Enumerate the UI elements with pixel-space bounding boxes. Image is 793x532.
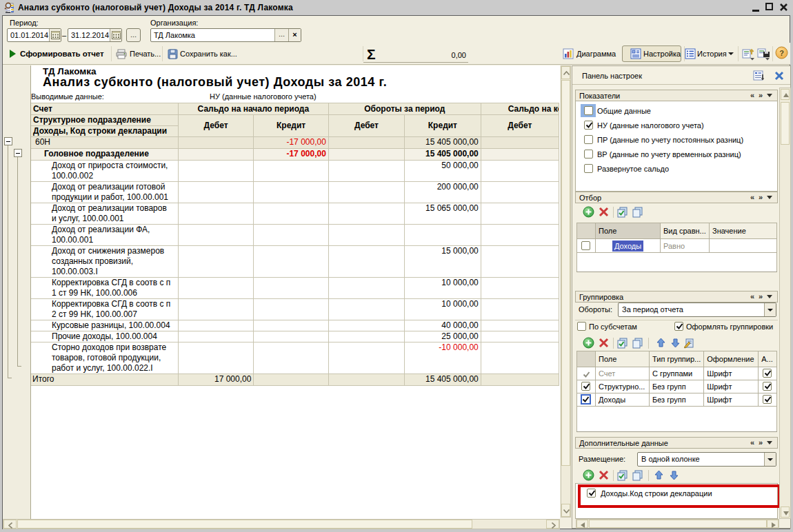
collapse-right-icon[interactable]: » bbox=[759, 91, 763, 99]
table-row[interactable]: Доход от прироста стоимости, 100.00.002 … bbox=[31, 161, 559, 182]
cell-account[interactable]: 60Н bbox=[31, 137, 178, 149]
delete-button[interactable] bbox=[598, 206, 610, 218]
cell-saldo-end-debit[interactable] bbox=[481, 246, 559, 278]
collapse-arrow-icon[interactable] bbox=[767, 441, 772, 444]
cell-turnover-debit[interactable] bbox=[328, 374, 404, 386]
cell-saldo-end-debit[interactable] bbox=[481, 161, 559, 182]
cell-saldo-debit[interactable]: 17 000,00 bbox=[178, 374, 253, 386]
cell-saldo-end-debit[interactable] bbox=[481, 320, 559, 331]
collapse-left-icon[interactable]: « bbox=[750, 91, 754, 99]
collapse-right-icon[interactable]: » bbox=[759, 193, 763, 201]
collapse-arrow-icon[interactable] bbox=[767, 94, 772, 97]
checkbox-expanded-balance[interactable] bbox=[584, 164, 593, 173]
checkbox-label[interactable]: Развернутое сальдо bbox=[597, 165, 669, 173]
cell-saldo-credit[interactable] bbox=[254, 246, 329, 278]
grouping-field-cell[interactable]: Счет bbox=[596, 367, 650, 380]
panel-properties-button[interactable] bbox=[752, 69, 766, 83]
checkbox-label[interactable]: ПР (данные по учету постоянных разниц) bbox=[597, 136, 743, 144]
column-header-field[interactable]: Поле bbox=[596, 351, 650, 367]
collapse-left-icon[interactable]: « bbox=[750, 193, 754, 201]
table-row[interactable]: Доход от снижения размеров созданных про… bbox=[31, 246, 559, 278]
scroll-left-button[interactable] bbox=[576, 520, 588, 528]
grouping-type-cell[interactable]: Без групп bbox=[650, 393, 704, 407]
cell-saldo-end-debit[interactable] bbox=[481, 342, 559, 374]
cell-turnover-credit[interactable]: 50 000,00 bbox=[405, 161, 481, 182]
grouping-row[interactable]: Структурно... Без групп Шрифт bbox=[577, 380, 777, 393]
cell-saldo-end-debit[interactable] bbox=[481, 182, 559, 203]
cell-saldo-debit[interactable] bbox=[178, 182, 253, 203]
cell-saldo-end-debit[interactable] bbox=[481, 203, 559, 225]
scroll-left-button[interactable] bbox=[3, 520, 17, 529]
check-all-button[interactable] bbox=[616, 469, 628, 481]
cell-turnover-credit[interactable]: -10 000,00 bbox=[405, 342, 481, 374]
cell-saldo-debit[interactable] bbox=[178, 203, 253, 225]
group-collapse-button-level2[interactable] bbox=[14, 149, 22, 157]
cell-saldo-debit[interactable] bbox=[178, 246, 253, 278]
scroll-thumb[interactable] bbox=[561, 80, 570, 466]
organization-more-button[interactable]: ... bbox=[274, 29, 288, 41]
move-down-button[interactable] bbox=[670, 337, 681, 349]
grouping-row[interactable]: Счет С группами Шрифт bbox=[577, 367, 777, 380]
grouping-format-cell[interactable]: Шрифт bbox=[704, 393, 759, 407]
add-button[interactable] bbox=[583, 337, 594, 349]
cell-turnover-credit[interactable]: 40 000,00 bbox=[405, 320, 481, 331]
cell-saldo-debit[interactable] bbox=[178, 137, 253, 149]
cell-account[interactable]: Корректировка СГД в соотв с п 1 ст 99 НК… bbox=[31, 278, 178, 299]
cell-turnover-credit[interactable]: 15 000,00 bbox=[405, 246, 481, 278]
cell-account[interactable]: Головное подразделение bbox=[31, 149, 178, 161]
cell-account[interactable]: Корректировка СГД в соотв с п 2 ст 99 НК… bbox=[31, 299, 178, 320]
grouping-auto-cell[interactable] bbox=[759, 367, 777, 380]
uncheck-all-button[interactable] bbox=[632, 469, 643, 481]
cell-saldo-debit[interactable] bbox=[178, 331, 253, 342]
cell-account[interactable]: Прочие доходы, 100.00.004 bbox=[31, 331, 178, 342]
collapse-right-icon[interactable]: » bbox=[759, 438, 763, 447]
save-as-button[interactable]: Сохранить как... bbox=[180, 50, 237, 58]
table-row[interactable]: 60Н -17 000,00 15 405 000,00 bbox=[31, 137, 559, 149]
scroll-right-button[interactable] bbox=[546, 520, 559, 529]
section-additional-header[interactable]: Дополнительные данные « » bbox=[575, 437, 778, 449]
table-row[interactable]: Корректировка СГД в соотв с п 1 ст 99 НК… bbox=[31, 278, 559, 299]
generate-report-button[interactable]: Сформировать отчет bbox=[20, 50, 104, 58]
grouping-row-selector[interactable] bbox=[577, 380, 596, 393]
scroll-down-button[interactable] bbox=[781, 507, 790, 518]
cell-saldo-credit[interactable] bbox=[254, 331, 329, 342]
checkbox-format-groups[interactable] bbox=[674, 322, 683, 331]
column-header-field[interactable]: Поле bbox=[596, 223, 661, 239]
cell-account[interactable]: Сторно доходов при возврате товаров, гот… bbox=[31, 342, 178, 374]
grouping-type-cell[interactable]: С группами bbox=[650, 367, 704, 380]
grouping-row[interactable]: Доходы Без групп Шрифт bbox=[577, 393, 777, 407]
cell-account[interactable]: Доход от реализации готовой продукции и … bbox=[31, 182, 178, 203]
cell-saldo-end-debit[interactable] bbox=[481, 225, 559, 246]
cell-saldo-credit[interactable] bbox=[254, 203, 329, 225]
panel-horizontal-scrollbar[interactable] bbox=[576, 519, 779, 529]
checkbox-by-subaccounts[interactable] bbox=[577, 322, 586, 331]
cell-turnover-debit[interactable] bbox=[328, 225, 404, 246]
cell-turnover-credit[interactable]: 15 405 000,00 bbox=[405, 149, 481, 161]
checkbox-label[interactable]: ВР (данные по учету временных разниц) bbox=[597, 150, 741, 158]
grouping-type-cell[interactable]: Без групп bbox=[650, 380, 704, 393]
cell-saldo-debit[interactable] bbox=[178, 149, 253, 161]
scroll-thumb[interactable] bbox=[589, 520, 767, 528]
cell-account[interactable]: Доход от реализации товаров и услуг, 100… bbox=[31, 203, 178, 225]
close-button[interactable] bbox=[779, 3, 788, 12]
report-sheet[interactable]: ТД Лакомка Анализ субконто (налоговый уч… bbox=[31, 65, 560, 519]
checkbox-common-data[interactable] bbox=[584, 106, 593, 115]
minimize-button[interactable] bbox=[750, 0, 762, 14]
check-all-button[interactable] bbox=[616, 206, 628, 218]
grouping-row-selector[interactable] bbox=[577, 393, 596, 407]
cell-saldo-end-debit[interactable] bbox=[481, 299, 559, 320]
grouping-format-cell[interactable]: Шрифт bbox=[704, 380, 759, 393]
cell-saldo-credit[interactable]: -17 000,00 bbox=[254, 137, 329, 149]
uncheck-all-button[interactable] bbox=[632, 337, 643, 349]
cell-saldo-debit[interactable] bbox=[178, 161, 253, 182]
cell-saldo-credit[interactable] bbox=[254, 374, 329, 386]
delete-button[interactable] bbox=[598, 337, 610, 349]
cell-turnover-debit[interactable] bbox=[328, 203, 404, 225]
date-from-calendar-button[interactable] bbox=[49, 29, 61, 41]
scroll-up-button[interactable] bbox=[781, 89, 790, 100]
history-button[interactable]: История bbox=[697, 50, 727, 58]
table-row[interactable]: Корректировка СГД в соотв с п 2 ст 99 НК… bbox=[31, 299, 559, 320]
checkbox-nu[interactable] bbox=[584, 121, 593, 130]
print-button[interactable]: Печать... bbox=[130, 50, 161, 58]
diagram-button[interactable]: Диаграмма bbox=[576, 50, 616, 58]
